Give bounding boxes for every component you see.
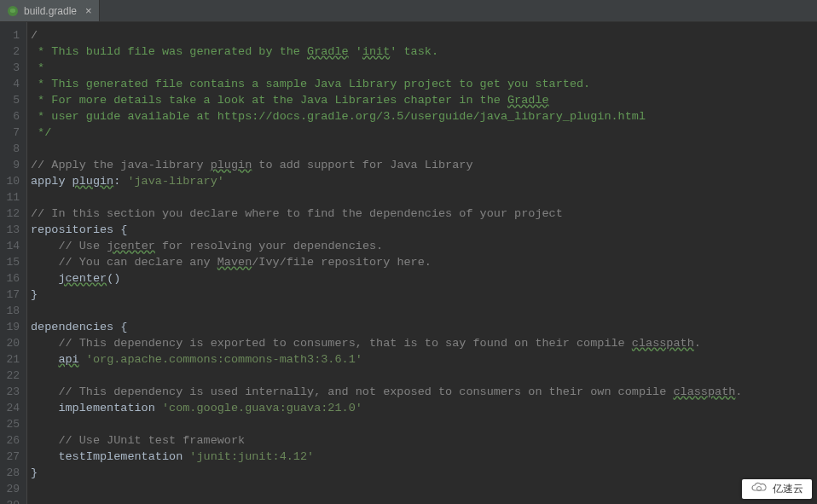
code-token: Gradle — [307, 45, 349, 58]
watermark-text: 亿速云 — [773, 482, 803, 496]
code-token: } — [31, 466, 38, 479]
line-number: 12 — [0, 206, 20, 222]
line-number: 10 — [0, 173, 20, 189]
code-token — [31, 434, 58, 447]
code-token: ' task. — [390, 45, 438, 58]
code-token: * user guide available at https://docs.g… — [31, 110, 646, 123]
line-number: 4 — [0, 76, 20, 92]
code-token: for resolving your dependencies. — [155, 240, 383, 252]
line-number: 8 — [0, 141, 20, 157]
code-line[interactable]: jcenter() — [31, 270, 817, 287]
line-number: 11 — [0, 189, 20, 206]
code-line[interactable]: * This build file was generated by the G… — [31, 43, 817, 60]
line-number: 3 — [0, 60, 20, 76]
line-number: 15 — [0, 254, 20, 270]
code-token — [31, 385, 58, 398]
code-editor[interactable]: / * This build file was generated by the… — [27, 22, 817, 504]
line-number: 14 — [0, 238, 20, 254]
code-line[interactable]: repositories { — [31, 222, 817, 238]
code-token: 'org.apache.commons:commons-math3:3.6.1' — [86, 353, 362, 366]
code-token: : — [113, 175, 127, 188]
line-number: 30 — [0, 497, 20, 504]
code-token: plugin — [72, 175, 114, 188]
editor-area: 1234567891011121314151617181920212223242… — [0, 22, 817, 504]
code-line[interactable]: * user guide available at https://docs.g… — [31, 108, 817, 125]
code-line[interactable] — [31, 303, 817, 319]
close-tab-icon[interactable]: × — [85, 4, 92, 17]
code-line[interactable]: // Apply the java-library plugin to add … — [31, 157, 817, 173]
code-token: Maven — [217, 256, 252, 269]
line-number: 25 — [0, 416, 20, 432]
code-token — [31, 240, 58, 252]
code-line[interactable]: // You can declare any Maven/Ivy/file re… — [31, 254, 817, 270]
editor-tab[interactable]: build.gradle × — [0, 0, 100, 21]
code-token: testImplementation — [31, 450, 189, 463]
code-line[interactable] — [31, 497, 817, 504]
code-token: implementation — [31, 402, 162, 414]
code-line[interactable] — [31, 368, 817, 384]
line-number: 2 — [0, 43, 20, 60]
code-token: // Use — [58, 240, 107, 252]
line-number: 21 — [0, 351, 20, 368]
code-line[interactable]: } — [31, 465, 817, 481]
code-token: jcenter — [107, 240, 155, 252]
code-line[interactable]: dependencies { — [31, 319, 817, 335]
line-number: 9 — [0, 157, 20, 173]
code-token: // You can declare any — [58, 256, 217, 269]
code-token: repositories { — [31, 223, 127, 236]
code-token: * — [31, 61, 44, 74]
code-line[interactable]: implementation 'com.google.guava:guava:2… — [31, 400, 817, 416]
code-line[interactable] — [31, 189, 817, 206]
code-token: 'java-library' — [127, 175, 223, 188]
code-line[interactable]: * For more details take a look at the Ja… — [31, 92, 817, 108]
code-token: 'com.google.guava:guava:21.0' — [162, 402, 362, 414]
line-number: 20 — [0, 335, 20, 351]
line-number: 17 — [0, 287, 20, 303]
line-number: 5 — [0, 92, 20, 108]
code-token: () — [107, 272, 120, 285]
code-token: // Apply the java-library — [31, 159, 211, 171]
code-token: // Use JUnit test framework — [58, 434, 245, 447]
cloud-icon — [750, 482, 768, 496]
code-token: . — [735, 385, 742, 398]
line-number: 19 — [0, 319, 20, 335]
line-number: 23 — [0, 384, 20, 400]
code-line[interactable]: // Use JUnit test framework — [31, 432, 817, 449]
code-token: * For more details take a look at the Ja… — [31, 94, 507, 107]
code-token: apply — [31, 175, 72, 188]
code-line[interactable]: * This generated file contains a sample … — [31, 76, 817, 92]
code-line[interactable]: // In this section you declare where to … — [31, 206, 817, 222]
code-line[interactable]: / — [31, 27, 817, 43]
code-token: * This generated file contains a sample … — [31, 78, 590, 90]
code-token: api — [58, 353, 78, 366]
code-line[interactable]: // This dependency is exported to consum… — [31, 335, 817, 351]
code-line[interactable]: // This dependency is used internally, a… — [31, 384, 817, 400]
code-token — [31, 272, 58, 285]
line-number: 16 — [0, 270, 20, 287]
code-token: // This dependency is used internally, a… — [58, 385, 673, 398]
code-line[interactable]: api 'org.apache.commons:commons-math3:3.… — [31, 351, 817, 368]
gradle-file-icon — [7, 5, 19, 17]
code-token: dependencies { — [31, 321, 127, 333]
code-line[interactable] — [31, 141, 817, 157]
code-token: init — [362, 45, 390, 58]
code-token: . — [694, 337, 701, 350]
code-line[interactable]: * — [31, 60, 817, 76]
code-line[interactable]: apply plugin: 'java-library' — [31, 173, 817, 189]
code-token: Gradle — [507, 94, 549, 107]
code-line[interactable]: // Use jcenter for resolving your depend… — [31, 238, 817, 254]
code-token: 'junit:junit:4.12' — [189, 450, 314, 463]
code-line[interactable]: } — [31, 287, 817, 303]
line-number: 28 — [0, 465, 20, 481]
code-line[interactable] — [31, 416, 817, 432]
line-number: 1 — [0, 27, 20, 43]
code-line[interactable] — [31, 481, 817, 497]
code-line[interactable]: testImplementation 'junit:junit:4.12' — [31, 449, 817, 465]
code-token: classpath — [673, 385, 735, 398]
line-number: 22 — [0, 368, 20, 384]
line-number: 29 — [0, 481, 20, 497]
code-token: to add support for Java Library — [252, 159, 472, 171]
code-token: // This dependency is exported to consum… — [58, 337, 631, 350]
code-line[interactable]: */ — [31, 125, 817, 141]
code-token: / — [31, 29, 38, 42]
